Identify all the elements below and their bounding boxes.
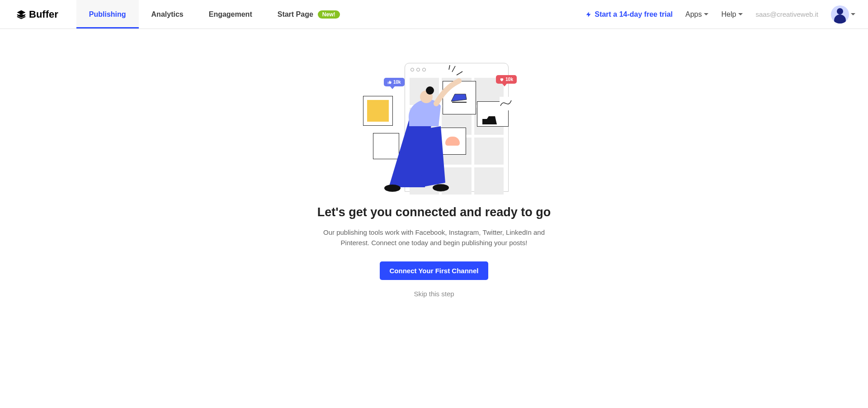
heart-count: 10k [505, 77, 513, 82]
svg-point-3 [384, 185, 401, 192]
svg-point-2 [426, 86, 434, 95]
chevron-down-icon [738, 13, 743, 15]
account-menu[interactable] [831, 5, 855, 24]
person-illustration [377, 65, 463, 192]
skip-step-link[interactable]: Skip this step [414, 290, 454, 298]
tab-label: Publishing [89, 10, 126, 19]
lightning-icon [585, 11, 592, 18]
scribble-icon [500, 97, 513, 110]
new-badge: New! [318, 10, 340, 19]
buffer-icon [16, 9, 26, 19]
main-content: 10k 10k [0, 29, 868, 298]
svg-line-5 [452, 66, 455, 72]
tab-label: Analytics [151, 10, 184, 19]
apps-label: Apps [685, 10, 702, 19]
tab-start-page[interactable]: Start Page New! [265, 0, 353, 28]
brand-logo[interactable]: Buffer [16, 9, 58, 20]
heart-bubble: 10k [496, 75, 517, 84]
trial-link-text: Start a 14-day free trial [594, 10, 673, 19]
tab-analytics[interactable]: Analytics [139, 0, 196, 28]
connect-channel-button[interactable]: Connect Your First Channel [380, 261, 489, 280]
svg-line-6 [457, 71, 462, 75]
svg-line-7 [449, 65, 450, 70]
brand-name: Buffer [29, 9, 58, 20]
onboarding-subtext: Our publishing tools work with Facebook,… [316, 228, 552, 248]
nav-right: Start a 14-day free trial Apps Help saas… [585, 5, 855, 24]
chevron-down-icon [851, 13, 855, 15]
top-nav: Buffer Publishing Analytics Engagement S… [0, 0, 868, 29]
heart-icon [500, 77, 504, 82]
chevron-down-icon [704, 13, 708, 15]
apps-dropdown[interactable]: Apps [685, 10, 708, 19]
onboarding-illustration: 10k 10k [359, 56, 509, 192]
trial-link[interactable]: Start a 14-day free trial [585, 10, 673, 19]
tab-publishing[interactable]: Publishing [76, 0, 139, 28]
onboarding-heading: Let's get you connected and ready to go [317, 205, 551, 219]
tab-engagement[interactable]: Engagement [196, 0, 265, 28]
help-dropdown[interactable]: Help [721, 10, 743, 19]
tab-label: Start Page [278, 10, 313, 19]
tab-label: Engagement [209, 10, 252, 19]
user-email: saas@creativeweb.it [755, 10, 818, 18]
help-label: Help [721, 10, 736, 19]
svg-point-4 [433, 184, 449, 191]
nav-tabs: Publishing Analytics Engagement Start Pa… [76, 0, 353, 28]
avatar [831, 5, 849, 24]
